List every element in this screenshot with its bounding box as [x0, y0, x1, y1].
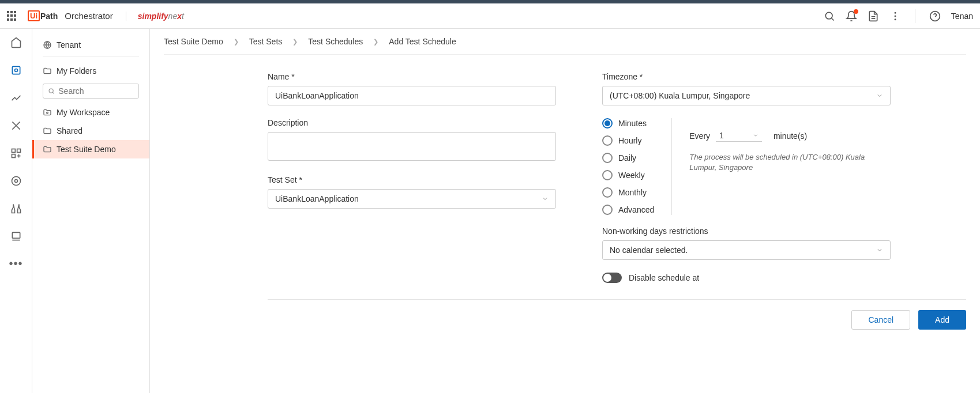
svg-point-6 [894, 18, 896, 20]
divider [915, 9, 915, 23]
more-vert-icon[interactable] [889, 10, 901, 22]
chevron-down-icon [753, 133, 759, 138]
rail-monitoring-icon[interactable] [9, 91, 23, 105]
uipath-text: Path [40, 12, 58, 21]
svg-line-22 [52, 92, 54, 93]
notification-dot [854, 9, 858, 14]
frequency-radio-group: Minutes Hourly Daily Weekly Monthly Adva… [602, 118, 672, 215]
every-unit-label: minute(s) [774, 131, 807, 141]
product-title: Orchestrator [65, 11, 112, 21]
notifications-icon[interactable] [846, 10, 857, 22]
disable-schedule-label: Disable schedule at [629, 273, 699, 282]
chevron-down-icon [876, 92, 883, 99]
every-value-select[interactable]: 1 [716, 130, 762, 142]
rail-automations-icon[interactable] [9, 63, 23, 77]
crumb-current: Add Test Schedule [389, 37, 456, 46]
svg-point-10 [14, 69, 17, 72]
svg-rect-18 [12, 232, 20, 238]
tenant-label[interactable]: Tenan [951, 12, 973, 21]
help-icon[interactable] [929, 10, 941, 22]
svg-line-1 [832, 18, 834, 20]
rail-testing-icon[interactable] [9, 202, 23, 216]
svg-rect-11 [12, 149, 15, 153]
apps-grid-icon[interactable] [7, 11, 17, 21]
chevron-right-icon: ❯ [373, 38, 378, 46]
folder-search[interactable] [43, 84, 139, 99]
frequency-monthly[interactable]: Monthly [602, 187, 654, 198]
uipath-box: Ui [28, 10, 40, 21]
chevron-down-icon [542, 195, 549, 202]
folder-item-shared[interactable]: Shared [32, 122, 149, 140]
every-label: Every [689, 131, 710, 141]
my-folders-label: My Folders [32, 61, 149, 79]
chevron-right-icon: ❯ [292, 38, 298, 46]
rail-assets-icon[interactable] [9, 146, 23, 160]
svg-rect-12 [17, 149, 20, 153]
svg-point-21 [49, 89, 53, 93]
header: Ui Path Orchestrator simplifynext Tenan [0, 3, 980, 29]
search-icon[interactable] [824, 10, 835, 22]
nonworking-label: Non-working days restrictions [602, 226, 891, 236]
svg-point-5 [894, 15, 896, 17]
crumb-root[interactable]: Test Suite Demo [164, 37, 223, 46]
cancel-button[interactable]: Cancel [851, 310, 910, 330]
timezone-select[interactable]: (UTC+08:00) Kuala Lumpur, Singapore [602, 86, 891, 105]
chevron-right-icon: ❯ [234, 38, 239, 46]
folder-search-input[interactable] [58, 86, 134, 96]
crumb-testschedules[interactable]: Test Schedules [308, 37, 363, 46]
rail-queues-icon[interactable] [9, 119, 23, 133]
frequency-weekly[interactable]: Weekly [602, 170, 654, 180]
folder-item-testsuitedemo[interactable]: Test Suite Demo [32, 140, 149, 158]
breadcrumb: Test Suite Demo ❯ Test Sets ❯ Test Sched… [164, 29, 966, 55]
folder-item-myworkspace[interactable]: My Workspace [32, 103, 149, 122]
frequency-advanced[interactable]: Advanced [602, 205, 654, 215]
nav-rail: ••• [0, 29, 32, 393]
chevron-down-icon [876, 247, 883, 254]
frequency-hourly[interactable]: Hourly [602, 135, 654, 146]
testset-select[interactable]: UiBankLoanApplication [268, 189, 556, 209]
svg-point-4 [894, 12, 896, 13]
tenant-link[interactable]: Tenant [32, 35, 149, 53]
nonworking-select[interactable]: No calendar selected. [602, 240, 891, 260]
crumb-testsets[interactable]: Test Sets [249, 37, 283, 46]
svg-point-16 [12, 177, 20, 186]
description-label: Description [268, 118, 556, 127]
frequency-minutes[interactable]: Minutes [602, 118, 654, 129]
folder-panel: Tenant My Folders My Workspace Shared Te… [32, 29, 150, 393]
schedule-note: The process will be scheduled in (UTC+08… [689, 152, 891, 173]
svg-point-0 [825, 12, 832, 19]
frequency-daily[interactable]: Daily [602, 153, 654, 163]
testset-label: Test Set * [268, 175, 556, 184]
rail-storage-icon[interactable] [9, 174, 23, 188]
rail-machines-icon[interactable] [9, 229, 23, 243]
rail-home-icon[interactable] [9, 36, 23, 50]
logo[interactable]: Ui Path Orchestrator [28, 10, 113, 21]
svg-rect-9 [12, 66, 20, 74]
footer-actions: Cancel Add [268, 299, 966, 340]
description-input[interactable] [268, 132, 556, 161]
partner-logo: simplifynext [126, 12, 184, 21]
disable-schedule-toggle[interactable] [602, 273, 622, 283]
svg-point-23 [47, 112, 48, 114]
document-icon[interactable] [868, 10, 879, 22]
svg-point-17 [14, 180, 17, 183]
content-area: Test Suite Demo ❯ Test Sets ❯ Test Sched… [150, 29, 980, 393]
add-button[interactable]: Add [918, 310, 966, 330]
rail-more-icon[interactable]: ••• [9, 257, 22, 270]
name-input[interactable] [268, 86, 556, 105]
name-label: Name * [268, 72, 556, 81]
timezone-label: Timezone * [602, 72, 891, 81]
svg-rect-13 [12, 154, 15, 158]
